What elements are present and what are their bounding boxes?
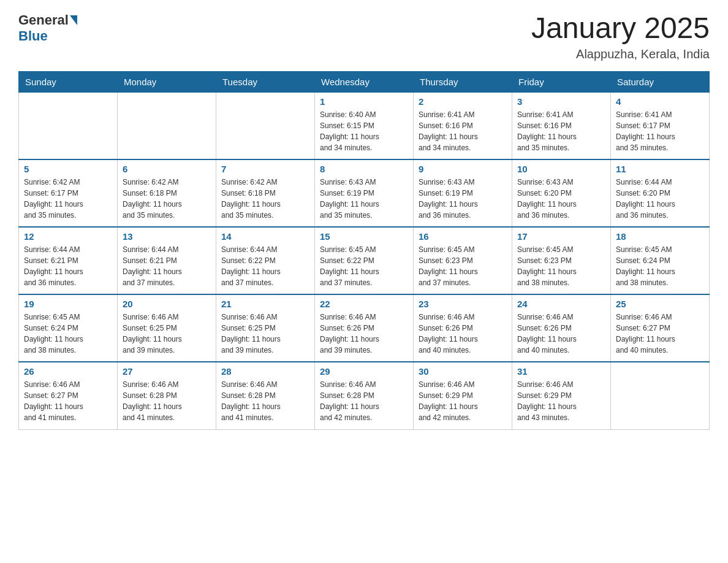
day-number: 26: [24, 366, 112, 377]
calendar-cell: 10Sunrise: 6:43 AM Sunset: 6:20 PM Dayli…: [512, 159, 611, 227]
day-info: Sunrise: 6:41 AM Sunset: 6:17 PM Dayligh…: [616, 109, 704, 153]
calendar-cell: 1Sunrise: 6:40 AM Sunset: 6:15 PM Daylig…: [315, 92, 414, 159]
day-number: 7: [221, 164, 309, 174]
calendar-cell: 12Sunrise: 6:44 AM Sunset: 6:21 PM Dayli…: [19, 227, 118, 294]
month-title: January 2025: [531, 12, 710, 45]
day-number: 21: [221, 299, 309, 309]
day-info: Sunrise: 6:43 AM Sunset: 6:19 PM Dayligh…: [320, 177, 408, 221]
calendar-cell: 29Sunrise: 6:46 AM Sunset: 6:28 PM Dayli…: [315, 362, 414, 429]
calendar-cell: 24Sunrise: 6:46 AM Sunset: 6:26 PM Dayli…: [512, 294, 611, 362]
calendar-header-row: SundayMondayTuesdayWednesdayThursdayFrid…: [19, 71, 710, 92]
day-info: Sunrise: 6:43 AM Sunset: 6:20 PM Dayligh…: [517, 177, 605, 221]
day-info: Sunrise: 6:42 AM Sunset: 6:18 PM Dayligh…: [123, 177, 211, 221]
calendar-cell: 26Sunrise: 6:46 AM Sunset: 6:27 PM Dayli…: [19, 362, 118, 429]
calendar-cell: [611, 362, 710, 429]
calendar-cell: 31Sunrise: 6:46 AM Sunset: 6:29 PM Dayli…: [512, 362, 611, 429]
calendar-cell: 20Sunrise: 6:46 AM Sunset: 6:25 PM Dayli…: [118, 294, 216, 362]
day-info: Sunrise: 6:46 AM Sunset: 6:27 PM Dayligh…: [616, 312, 704, 356]
logo-arrow-icon: [70, 15, 77, 25]
day-info: Sunrise: 6:40 AM Sunset: 6:15 PM Dayligh…: [320, 109, 408, 153]
calendar-cell: [216, 92, 315, 159]
calendar-week-row: 19Sunrise: 6:45 AM Sunset: 6:24 PM Dayli…: [19, 294, 710, 362]
day-number: 8: [320, 164, 408, 174]
calendar-cell: 21Sunrise: 6:46 AM Sunset: 6:25 PM Dayli…: [216, 294, 315, 362]
day-info: Sunrise: 6:42 AM Sunset: 6:18 PM Dayligh…: [221, 177, 309, 221]
day-number: 30: [419, 366, 507, 377]
calendar-cell: 2Sunrise: 6:41 AM Sunset: 6:16 PM Daylig…: [414, 92, 512, 159]
day-number: 1: [320, 96, 408, 107]
col-header-thursday: Thursday: [414, 71, 512, 92]
day-info: Sunrise: 6:41 AM Sunset: 6:16 PM Dayligh…: [517, 109, 605, 153]
col-header-wednesday: Wednesday: [315, 71, 414, 92]
day-number: 17: [517, 231, 605, 242]
day-info: Sunrise: 6:45 AM Sunset: 6:24 PM Dayligh…: [616, 244, 704, 288]
calendar-cell: 28Sunrise: 6:46 AM Sunset: 6:28 PM Dayli…: [216, 362, 315, 429]
day-number: 29: [320, 366, 408, 377]
col-header-sunday: Sunday: [19, 71, 118, 92]
calendar-cell: 27Sunrise: 6:46 AM Sunset: 6:28 PM Dayli…: [118, 362, 216, 429]
day-info: Sunrise: 6:41 AM Sunset: 6:16 PM Dayligh…: [419, 109, 507, 153]
day-info: Sunrise: 6:46 AM Sunset: 6:26 PM Dayligh…: [419, 312, 507, 356]
day-info: Sunrise: 6:46 AM Sunset: 6:28 PM Dayligh…: [123, 379, 211, 423]
calendar-week-row: 26Sunrise: 6:46 AM Sunset: 6:27 PM Dayli…: [19, 362, 710, 429]
day-number: 16: [419, 231, 507, 242]
calendar-cell: 13Sunrise: 6:44 AM Sunset: 6:21 PM Dayli…: [118, 227, 216, 294]
day-number: 24: [517, 299, 605, 309]
calendar-cell: 14Sunrise: 6:44 AM Sunset: 6:22 PM Dayli…: [216, 227, 315, 294]
day-info: Sunrise: 6:44 AM Sunset: 6:21 PM Dayligh…: [123, 244, 211, 288]
calendar-cell: 9Sunrise: 6:43 AM Sunset: 6:19 PM Daylig…: [414, 159, 512, 227]
calendar-cell: 23Sunrise: 6:46 AM Sunset: 6:26 PM Dayli…: [414, 294, 512, 362]
day-number: 19: [24, 299, 112, 309]
calendar-cell: 19Sunrise: 6:45 AM Sunset: 6:24 PM Dayli…: [19, 294, 118, 362]
calendar-cell: 11Sunrise: 6:44 AM Sunset: 6:20 PM Dayli…: [611, 159, 710, 227]
day-info: Sunrise: 6:46 AM Sunset: 6:28 PM Dayligh…: [221, 379, 309, 423]
day-number: 13: [123, 231, 211, 242]
calendar-week-row: 1Sunrise: 6:40 AM Sunset: 6:15 PM Daylig…: [19, 92, 710, 159]
day-number: 22: [320, 299, 408, 309]
calendar-cell: 6Sunrise: 6:42 AM Sunset: 6:18 PM Daylig…: [118, 159, 216, 227]
location-title: Alappuzha, Kerala, India: [531, 47, 710, 61]
day-number: 27: [123, 366, 211, 377]
day-info: Sunrise: 6:46 AM Sunset: 6:29 PM Dayligh…: [517, 379, 605, 423]
day-number: 3: [517, 96, 605, 107]
day-info: Sunrise: 6:42 AM Sunset: 6:17 PM Dayligh…: [24, 177, 112, 221]
day-number: 15: [320, 231, 408, 242]
day-number: 14: [221, 231, 309, 242]
calendar-cell: 30Sunrise: 6:46 AM Sunset: 6:29 PM Dayli…: [414, 362, 512, 429]
col-header-saturday: Saturday: [611, 71, 710, 92]
day-info: Sunrise: 6:43 AM Sunset: 6:19 PM Dayligh…: [419, 177, 507, 221]
day-info: Sunrise: 6:44 AM Sunset: 6:21 PM Dayligh…: [24, 244, 112, 288]
day-number: 25: [616, 299, 704, 309]
day-number: 31: [517, 366, 605, 377]
day-info: Sunrise: 6:46 AM Sunset: 6:26 PM Dayligh…: [517, 312, 605, 356]
day-number: 20: [123, 299, 211, 309]
logo-blue-text: Blue: [18, 28, 48, 44]
day-number: 28: [221, 366, 309, 377]
day-info: Sunrise: 6:45 AM Sunset: 6:22 PM Dayligh…: [320, 244, 408, 288]
col-header-tuesday: Tuesday: [216, 71, 315, 92]
day-number: 23: [419, 299, 507, 309]
calendar-cell: 25Sunrise: 6:46 AM Sunset: 6:27 PM Dayli…: [611, 294, 710, 362]
logo-general-text: General: [18, 12, 69, 28]
calendar-cell: 3Sunrise: 6:41 AM Sunset: 6:16 PM Daylig…: [512, 92, 611, 159]
day-number: 4: [616, 96, 704, 107]
day-info: Sunrise: 6:46 AM Sunset: 6:26 PM Dayligh…: [320, 312, 408, 356]
day-number: 12: [24, 231, 112, 242]
logo-text: General: [18, 12, 77, 28]
day-info: Sunrise: 6:44 AM Sunset: 6:22 PM Dayligh…: [221, 244, 309, 288]
calendar-cell: [118, 92, 216, 159]
day-number: 5: [24, 164, 112, 174]
day-number: 11: [616, 164, 704, 174]
calendar-cell: 16Sunrise: 6:45 AM Sunset: 6:23 PM Dayli…: [414, 227, 512, 294]
logo: General Blue: [18, 12, 77, 44]
calendar-cell: 15Sunrise: 6:45 AM Sunset: 6:22 PM Dayli…: [315, 227, 414, 294]
calendar-cell: 22Sunrise: 6:46 AM Sunset: 6:26 PM Dayli…: [315, 294, 414, 362]
calendar-table: SundayMondayTuesdayWednesdayThursdayFrid…: [18, 71, 710, 430]
calendar-cell: 18Sunrise: 6:45 AM Sunset: 6:24 PM Dayli…: [611, 227, 710, 294]
title-block: January 2025 Alappuzha, Kerala, India: [531, 12, 710, 61]
day-number: 9: [419, 164, 507, 174]
day-info: Sunrise: 6:44 AM Sunset: 6:20 PM Dayligh…: [616, 177, 704, 221]
col-header-monday: Monday: [118, 71, 216, 92]
day-info: Sunrise: 6:46 AM Sunset: 6:29 PM Dayligh…: [419, 379, 507, 423]
day-number: 10: [517, 164, 605, 174]
